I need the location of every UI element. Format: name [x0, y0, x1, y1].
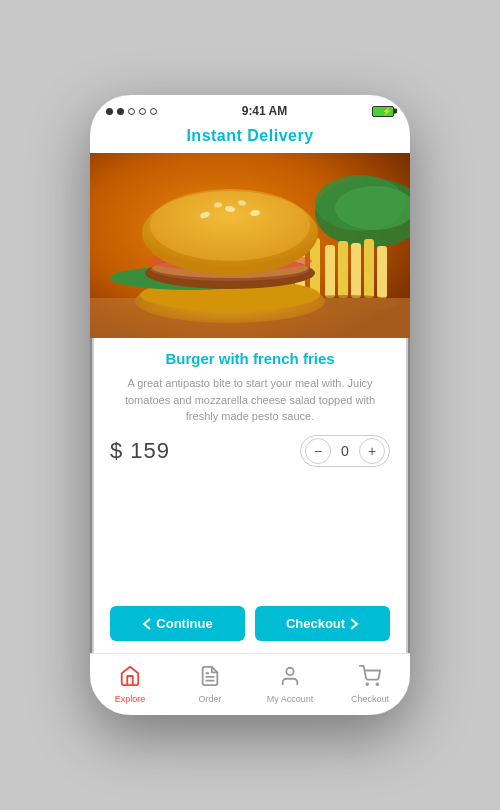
nav-item-explore[interactable]: Explore: [90, 654, 170, 715]
price-quantity-row: $ 159 − 0 +: [110, 435, 390, 467]
battery-bolt: ⚡: [382, 107, 392, 116]
svg-point-32: [376, 683, 378, 685]
checkout-button[interactable]: Checkout: [255, 606, 390, 641]
svg-rect-9: [364, 239, 374, 298]
app-title-text: Instant Delivery: [186, 127, 313, 144]
continue-button[interactable]: Continue: [110, 606, 245, 641]
svg-rect-8: [351, 243, 361, 298]
phone-frame: 9:41 AM ⚡ Instant Delivery: [90, 95, 410, 715]
svg-point-22: [150, 189, 310, 261]
quantity-value: 0: [331, 443, 359, 459]
hero-image: [90, 153, 410, 338]
dot-2: [117, 108, 124, 115]
nav-label-checkout: Checkout: [351, 694, 389, 704]
content-area: Burger with french fries A great antipas…: [90, 338, 410, 653]
battery-icon: ⚡: [372, 106, 394, 117]
svg-rect-10: [377, 246, 387, 298]
chevron-left-icon: [142, 617, 152, 631]
order-icon: [199, 665, 221, 692]
dot-4: [139, 108, 146, 115]
nav-label-account: My Account: [267, 694, 314, 704]
status-bar: 9:41 AM ⚡: [90, 95, 410, 123]
quantity-decrease-button[interactable]: −: [305, 438, 331, 464]
account-icon: [279, 665, 301, 692]
product-title: Burger with french fries: [110, 350, 390, 367]
nav-item-account[interactable]: My Account: [250, 654, 330, 715]
signal-dots: [106, 108, 157, 115]
product-description: A great antipasto bite to start your mea…: [110, 375, 390, 425]
dot-5: [150, 108, 157, 115]
nav-label-order: Order: [198, 694, 221, 704]
svg-point-31: [366, 683, 368, 685]
dot-3: [128, 108, 135, 115]
burger-illustration: [90, 153, 410, 338]
action-buttons: Continue Checkout: [110, 606, 390, 641]
cart-icon: [359, 665, 381, 692]
dot-1: [106, 108, 113, 115]
svg-rect-7: [338, 241, 348, 298]
status-time: 9:41 AM: [242, 104, 288, 118]
quantity-control: − 0 +: [300, 435, 390, 467]
home-icon: [119, 665, 141, 692]
quantity-increase-button[interactable]: +: [359, 438, 385, 464]
svg-rect-6: [325, 245, 335, 298]
svg-point-30: [286, 668, 293, 675]
nav-label-explore: Explore: [115, 694, 146, 704]
chevron-right-icon: [349, 617, 359, 631]
product-price: $ 159: [110, 438, 170, 464]
bottom-navigation: Explore Order M: [90, 653, 410, 715]
app-title-bar: Instant Delivery: [90, 123, 410, 153]
nav-item-checkout[interactable]: Checkout: [330, 654, 410, 715]
nav-item-order[interactable]: Order: [170, 654, 250, 715]
status-right: ⚡: [372, 106, 394, 117]
